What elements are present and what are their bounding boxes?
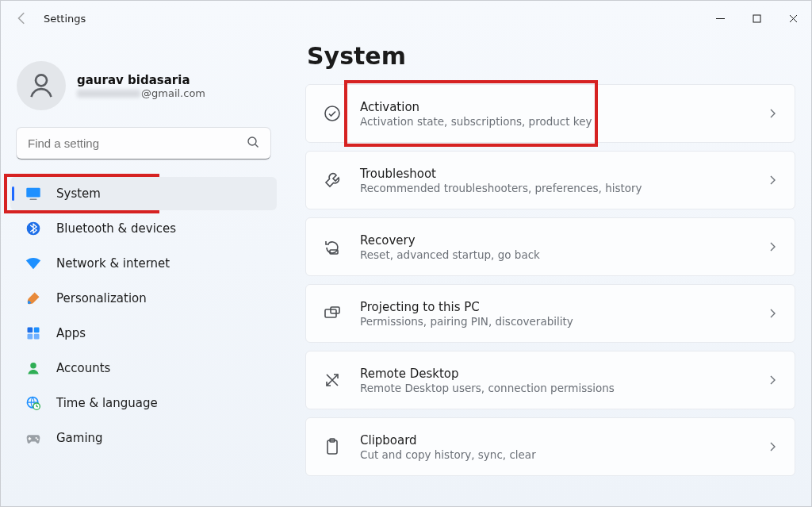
sidebar-item-label: Gaming (56, 431, 103, 445)
bluetooth-icon (25, 220, 42, 237)
system-icon (25, 185, 42, 202)
card-recovery[interactable]: Recovery Reset, advanced startup, go bac… (305, 217, 795, 276)
sidebar-item-apps[interactable]: Apps (10, 317, 277, 350)
svg-point-1 (36, 75, 47, 86)
card-title: Recovery (360, 233, 540, 248)
sidebar-item-label: Accounts (56, 361, 110, 375)
remote-arrow-icon (322, 370, 343, 390)
card-text: Troubleshoot Recommended troubleshooters… (360, 167, 642, 194)
check-circle-icon (322, 103, 343, 124)
sidebar-item-gaming[interactable]: Gaming (10, 421, 277, 455)
sidebar-item-time-language[interactable]: Time & language (10, 386, 277, 420)
recovery-icon (322, 236, 343, 257)
card-text: Clipboard Cut and copy history, sync, cl… (360, 433, 536, 461)
apps-icon (25, 325, 42, 342)
card-remote-desktop[interactable]: Remote Desktop Remote Desktop users, con… (305, 351, 795, 409)
card-title: Activation (360, 100, 592, 114)
window-controls (702, 1, 811, 36)
svg-point-16 (325, 106, 339, 121)
card-title: Troubleshoot (360, 167, 642, 181)
svg-point-2 (248, 137, 256, 145)
svg-rect-19 (331, 307, 339, 313)
maximize-button[interactable] (738, 1, 775, 36)
minimize-button[interactable] (702, 1, 738, 36)
svg-rect-0 (753, 15, 760, 22)
sidebar-item-personalization[interactable]: Personalization (10, 282, 277, 315)
card-text: Remote Desktop Remote Desktop users, con… (360, 367, 615, 394)
sidebar-item-label: System (56, 186, 101, 201)
chevron-right-icon (768, 240, 777, 255)
user-text: gaurav bidasaria @gmail.com (77, 73, 205, 99)
clipboard-icon (322, 436, 343, 457)
close-button[interactable] (775, 1, 811, 36)
card-subtitle: Activation state, subscriptions, product… (360, 115, 592, 128)
person-icon (25, 359, 42, 377)
svg-rect-9 (28, 334, 33, 340)
settings-window: Settings gaurav bidasaria @gmail.com (0, 0, 812, 507)
svg-rect-17 (330, 250, 338, 254)
card-text: Activation Activation state, subscriptio… (360, 100, 592, 128)
svg-rect-7 (28, 328, 33, 333)
sidebar-item-network[interactable]: Network & internet (10, 247, 277, 280)
avatar (17, 61, 66, 110)
user-email: @gmail.com (77, 87, 205, 99)
card-text: Projecting to this PC Permissions, pairi… (360, 300, 573, 328)
titlebar: Settings (1, 1, 811, 36)
search-icon (247, 136, 259, 152)
card-title: Remote Desktop (360, 367, 615, 381)
card-troubleshoot[interactable]: Troubleshoot Recommended troubleshooters… (305, 151, 795, 209)
svg-rect-3 (26, 188, 40, 198)
svg-rect-8 (34, 328, 40, 333)
search-input[interactable] (17, 128, 270, 159)
svg-rect-10 (34, 334, 40, 340)
sidebar-item-label: Personalization (56, 291, 147, 305)
chevron-right-icon (768, 373, 777, 388)
svg-point-14 (36, 437, 37, 439)
sidebar-item-label: Bluetooth & devices (56, 221, 176, 236)
card-projecting[interactable]: Projecting to this PC Permissions, pairi… (305, 284, 795, 343)
card-title: Projecting to this PC (360, 300, 573, 314)
sidebar-item-bluetooth[interactable]: Bluetooth & devices (10, 212, 277, 245)
sidebar-item-label: Time & language (56, 396, 158, 410)
sidebar-item-system[interactable]: System (10, 177, 277, 210)
svg-rect-5 (29, 198, 36, 200)
project-icon (322, 303, 343, 324)
wrench-icon (322, 170, 343, 190)
sidebar-item-label: Network & internet (56, 256, 170, 271)
chevron-right-icon (768, 306, 777, 321)
page-title: System (307, 42, 795, 70)
search-box (17, 128, 270, 159)
card-clipboard[interactable]: Clipboard Cut and copy history, sync, cl… (305, 417, 795, 476)
sidebar-nav: System Bluetooth & devices Network & int… (10, 177, 277, 455)
sidebar-item-accounts[interactable]: Accounts (10, 351, 277, 385)
user-name: gaurav bidasaria (77, 73, 205, 87)
card-title: Clipboard (360, 433, 536, 447)
svg-point-11 (30, 363, 36, 369)
globe-clock-icon (25, 394, 42, 412)
sidebar-item-label: Apps (56, 326, 86, 340)
user-card[interactable]: gaurav bidasaria @gmail.com (10, 42, 277, 125)
chevron-right-icon (768, 173, 777, 188)
wifi-icon (25, 255, 42, 272)
card-subtitle: Reset, advanced startup, go back (360, 248, 540, 261)
chevron-right-icon (768, 106, 777, 121)
svg-point-15 (36, 439, 38, 440)
gamepad-icon (25, 429, 42, 447)
window-title: Settings (44, 13, 86, 25)
main-panel: System Activation Activation state, subs… (286, 36, 811, 506)
chevron-right-icon (768, 440, 777, 455)
back-button[interactable] (15, 11, 29, 25)
card-activation[interactable]: Activation Activation state, subscriptio… (305, 84, 795, 143)
card-subtitle: Recommended troubleshooters, preferences… (360, 182, 642, 194)
card-subtitle: Permissions, pairing PIN, discoverabilit… (360, 315, 573, 328)
card-text: Recovery Reset, advanced startup, go bac… (360, 233, 540, 261)
settings-cards: Activation Activation state, subscriptio… (305, 84, 795, 476)
card-subtitle: Cut and copy history, sync, clear (360, 448, 536, 461)
card-subtitle: Remote Desktop users, connection permiss… (360, 382, 615, 394)
brush-icon (25, 290, 42, 307)
sidebar: gaurav bidasaria @gmail.com System (1, 36, 286, 506)
